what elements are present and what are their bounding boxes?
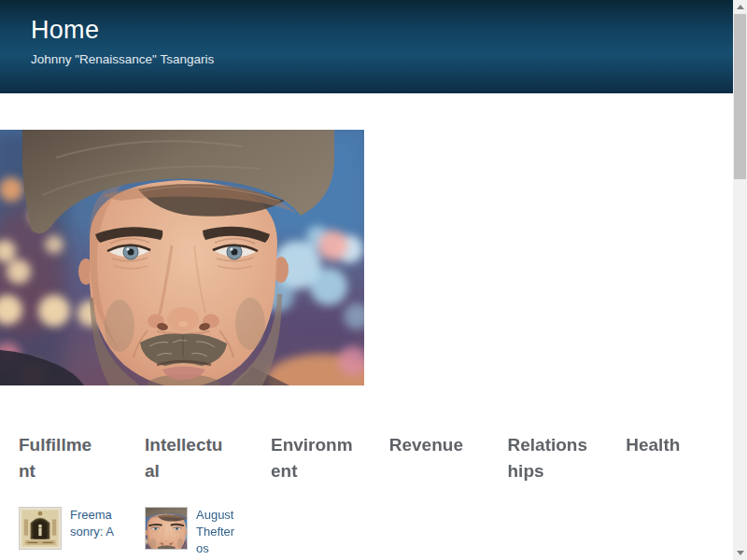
category-intellectual: Intellectual August Thefteros <box>145 432 241 557</box>
category-fulfillment: Fulfillment Freemasonry: A <box>19 432 115 557</box>
vertical-scrollbar[interactable] <box>733 0 747 560</box>
category-heading-revenue: Revenue <box>389 432 472 458</box>
category-heading-environment: Environment <box>271 432 354 484</box>
category-relationships: Relationships <box>508 432 597 557</box>
category-health: Health <box>626 432 714 557</box>
category-heading-health: Health <box>626 432 709 458</box>
profile-photo[interactable] <box>0 130 364 385</box>
page-content: Home Johnny "Renaissance" Tsangaris Fulf… <box>0 0 733 557</box>
scroll-up-icon <box>737 5 744 9</box>
category-heading-fulfillment: Fulfillment <box>19 432 102 484</box>
item-link-august-thefteros[interactable]: August Thefteros <box>196 507 241 557</box>
profile-thumbnail-image[interactable] <box>145 507 188 550</box>
list-item[interactable]: Freemasonry: A <box>19 507 115 550</box>
item-link-freemasonry[interactable]: Freemasonry: A <box>70 507 115 540</box>
page-header: Home Johnny "Renaissance" Tsangaris <box>0 0 733 93</box>
category-heading-intellectual: Intellectual <box>145 432 228 484</box>
freemasonry-thumbnail-image[interactable] <box>19 507 62 550</box>
page-subtitle: Johnny "Renaissance" Tsangaris <box>31 52 733 66</box>
scrollbar-thumb[interactable] <box>734 14 746 179</box>
category-heading-relationships: Relationships <box>508 432 591 484</box>
scroll-down-button[interactable] <box>733 546 747 560</box>
category-revenue: Revenue <box>389 432 478 557</box>
main-area: Fulfillment Freemasonry: A Intellectual … <box>0 130 733 557</box>
category-grid: Fulfillment Freemasonry: A Intellectual … <box>0 432 733 557</box>
scroll-up-button[interactable] <box>733 0 747 14</box>
category-environment: Environment <box>271 432 359 557</box>
scroll-down-icon <box>737 551 744 555</box>
list-item[interactable]: August Thefteros <box>145 507 241 557</box>
page-title: Home <box>31 16 733 45</box>
